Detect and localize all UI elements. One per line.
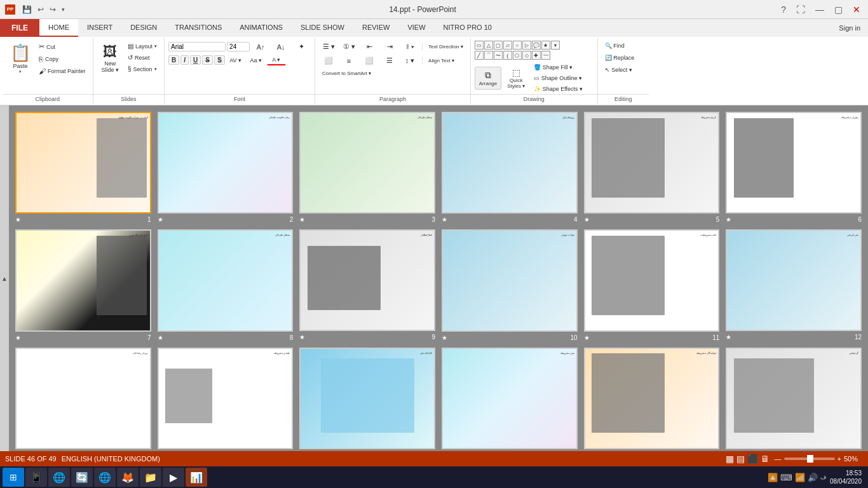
numbering-btn[interactable]: ① ▾ — [339, 41, 358, 53]
slide-16-thumbnail[interactable]: متن مشروطه — [442, 348, 578, 449]
shape-curve[interactable]: 〜 — [494, 51, 503, 60]
taskbar-media[interactable]: ▶ — [163, 468, 184, 487]
shape-line[interactable]: ╱ — [475, 51, 484, 60]
slide-panel[interactable]: رهبران مشروطه★6تاریخ مشروطه★5روزهای اول★… — [9, 105, 868, 451]
shape-fill-btn[interactable]: 🪣 Shape Fill ▾ — [531, 62, 586, 72]
shape-arc[interactable]: ⌒ — [484, 51, 493, 60]
slide-6-thumbnail[interactable]: رهبران مشروطه — [726, 112, 862, 214]
slide-4-thumbnail[interactable]: روزهای اول — [442, 112, 578, 214]
tab-home[interactable]: HOME — [39, 19, 78, 37]
notification-icon[interactable]: 🔼 — [768, 473, 778, 482]
tab-view[interactable]: VIEW — [398, 19, 434, 37]
shape-parallelogram[interactable]: ▱ — [503, 41, 512, 50]
sign-in-btn[interactable]: Sign in — [839, 24, 868, 32]
slide-7-thumbnail[interactable]: شیخ فضل‌الله نوری — [15, 229, 151, 331]
slide-sorter-btn[interactable]: ▤ — [736, 454, 745, 464]
change-case-btn[interactable]: Aa ▾ — [247, 55, 266, 65]
align-text-btn[interactable]: Align Text ▾ — [425, 56, 458, 65]
network-icon[interactable]: 📶 — [795, 473, 805, 482]
undo-btn[interactable]: ↩ — [36, 4, 46, 15]
clear-format-btn[interactable]: ✦ — [292, 41, 311, 53]
shape-hexagon[interactable]: ⬡ — [513, 51, 522, 60]
smartart-btn[interactable]: Convert to SmartArt ▾ — [319, 69, 374, 78]
shape-rect[interactable]: ▭ — [475, 41, 484, 50]
copy-btn[interactable]: ⎘ Copy — [36, 53, 89, 65]
slide-14-thumbnail[interactable]: علما و مشروطه — [158, 348, 294, 449]
taskbar-firefox[interactable]: 🦊 — [117, 468, 139, 487]
restore-btn[interactable]: ⛶ — [794, 4, 808, 15]
close-btn[interactable]: ✕ — [850, 4, 863, 15]
bold-btn[interactable]: B — [168, 55, 179, 65]
decrease-indent-btn[interactable]: ⇤ — [360, 41, 379, 53]
italic-btn[interactable]: I — [180, 55, 189, 65]
slide-13-thumbnail[interactable]: دوران رضا خان — [15, 348, 151, 449]
shape-arrow-right[interactable]: ▷ — [522, 41, 531, 50]
slide-17-thumbnail[interactable]: خوانندگان مشروطه — [584, 348, 720, 449]
slide-18-thumbnail[interactable]: گردهمایی — [726, 348, 862, 449]
tab-slideshow[interactable]: SLIDE SHOW — [292, 19, 353, 37]
shape-bracket[interactable]: { — [503, 51, 512, 60]
slide-11-thumbnail[interactable]: خانه مشروطیت — [584, 229, 720, 331]
text-direction-btn[interactable]: Text Direction ▾ — [425, 42, 466, 51]
maximize-btn[interactable]: ▢ — [832, 4, 845, 15]
justify-btn[interactable]: ☰ — [380, 55, 399, 67]
help-btn[interactable]: ? — [778, 4, 789, 15]
quick-styles-btn[interactable]: ⬚ Quick Styles ▾ — [503, 64, 529, 92]
shape-callout[interactable]: 💬 — [532, 41, 541, 50]
minimize-btn[interactable]: — — [813, 4, 827, 15]
slide-12-thumbnail[interactable]: متن تاریخی — [726, 229, 862, 331]
tab-transitions[interactable]: TRANSITIONS — [166, 19, 231, 37]
taskbar-files[interactable]: 📁 — [140, 468, 161, 487]
shape-cross[interactable]: ✚ — [532, 51, 541, 60]
format-painter-btn[interactable]: 🖌 Format Painter — [36, 65, 89, 77]
slide-5-thumbnail[interactable]: تاریخ مشروطه — [584, 112, 720, 214]
slide-1-thumbnail[interactable]: ایران در دوران حکومت پهلوی — [15, 112, 151, 214]
select-btn[interactable]: ↖ Select ▾ — [602, 65, 635, 75]
slide-15-thumbnail[interactable]: کتابخانه ملی — [299, 348, 435, 449]
redo-btn[interactable]: ↪ — [48, 4, 58, 15]
tab-insert[interactable]: INSERT — [78, 19, 121, 37]
char-spacing-btn[interactable]: AV ▾ — [226, 55, 245, 65]
save-btn[interactable]: 💾 — [20, 4, 34, 15]
slide-2-thumbnail[interactable]: زمان حکومت علیخان — [158, 112, 294, 214]
shape-round-rect[interactable]: ▢ — [494, 41, 503, 50]
decrease-font-btn[interactable]: A↓ — [271, 41, 290, 53]
columns-btn[interactable]: ⦀ ▾ — [400, 41, 419, 53]
start-button[interactable]: ⊞ — [3, 468, 24, 487]
align-left-btn[interactable]: ⬜ — [319, 55, 338, 67]
underline-btn[interactable]: U — [190, 55, 201, 65]
bullets-btn[interactable]: ☰ ▾ — [319, 41, 338, 53]
paste-btn[interactable]: 📋 Paste ▾ — [6, 41, 34, 77]
font-size-input[interactable] — [227, 42, 250, 51]
increase-font-btn[interactable]: A↑ — [251, 41, 270, 53]
increase-indent-btn[interactable]: ⇥ — [380, 41, 399, 53]
tab-design[interactable]: DESIGN — [121, 19, 166, 37]
volume-icon[interactable]: 🔊 — [808, 473, 818, 482]
language-icon[interactable]: ف — [820, 474, 826, 480]
shape-tri[interactable]: △ — [484, 41, 493, 50]
shape-outline-btn[interactable]: ▭ Shape Outline ▾ — [531, 73, 586, 83]
zoom-thumb[interactable] — [807, 455, 813, 463]
slideshow-btn[interactable]: 🖥 — [761, 454, 770, 464]
reading-view-btn[interactable]: ⬛ — [747, 454, 758, 464]
slide-10-thumbnail[interactable]: حوادث تهران — [442, 229, 578, 331]
zoom-track[interactable] — [784, 458, 835, 460]
tab-nitro[interactable]: NITRO PRO 10 — [435, 19, 501, 37]
scroll-up-btn[interactable]: ▲ — [1, 275, 8, 282]
replace-btn[interactable]: 🔄 Replace — [602, 53, 638, 63]
taskbar-powerpoint[interactable]: 📊 — [186, 468, 207, 487]
arrange-btn[interactable]: ⧉ Arrange — [475, 67, 501, 90]
slide-8-thumbnail[interactable]: بیه‌های علی‌خان — [158, 229, 294, 331]
zoom-slider[interactable]: — + 50% — [775, 455, 863, 463]
line-spacing-btn[interactable]: ↕ ▾ — [400, 55, 419, 67]
shape-effects-btn[interactable]: ✨ Shape Effects ▾ — [531, 84, 586, 94]
font-color-btn[interactable]: A ▾ — [267, 55, 286, 65]
shadow-btn[interactable]: S — [214, 55, 225, 65]
taskbar-telegram[interactable]: 📱 — [25, 468, 47, 487]
align-right-btn[interactable]: ⬜ — [360, 55, 379, 67]
taskbar-ie[interactable]: 🌐 — [48, 468, 70, 487]
font-name-input[interactable] — [168, 42, 226, 51]
tab-animations[interactable]: ANIMATIONS — [231, 19, 292, 37]
shape-diamond[interactable]: ◇ — [522, 51, 531, 60]
taskbar-refresh[interactable]: 🔄 — [71, 468, 93, 487]
